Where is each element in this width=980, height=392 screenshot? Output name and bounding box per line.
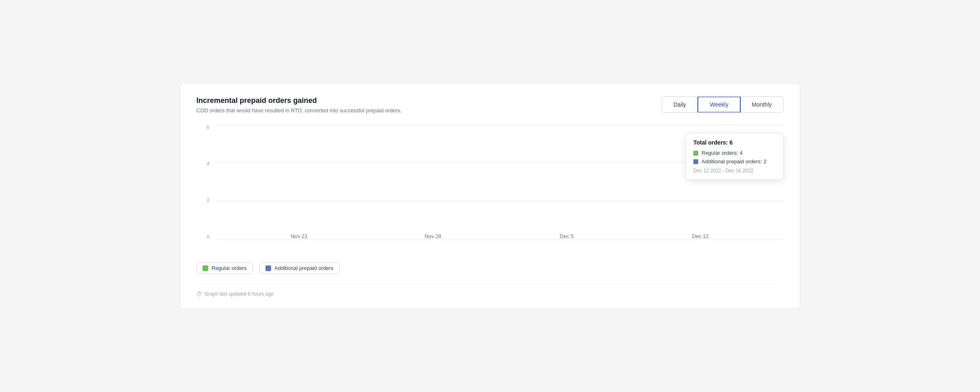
tab-monthly[interactable]: Monthly <box>740 97 783 112</box>
legend-item-additional: Additional prepaid orders <box>259 262 340 274</box>
chart-title: Incremental prepaid orders gained <box>196 96 401 105</box>
legend: Regular orders Additional prepaid orders <box>196 262 784 274</box>
bar-group-nov28: Nov 28 <box>400 229 466 239</box>
legend-item-regular: Regular orders <box>196 262 253 274</box>
header-row: Incremental prepaid orders gained COD or… <box>196 96 784 114</box>
title-section: Incremental prepaid orders gained COD or… <box>196 96 401 114</box>
y-label-2: 2 <box>207 198 209 203</box>
tooltip: Total orders: 6 Regular orders: 4 Additi… <box>686 133 784 180</box>
bar-label-dec12: Dec 12 <box>692 233 709 239</box>
chart-inner: Nov 21 Nov 28 Dec 5 <box>216 125 784 239</box>
footer-note: ⏱ Graph last updated 6 hours ago <box>196 284 784 297</box>
y-label-6: 6 <box>207 125 209 130</box>
tooltip-title: Total orders: 6 <box>693 139 776 146</box>
tooltip-additional-label: Additional prepaid orders: 2 <box>702 158 766 165</box>
bar-group-dec12: Dec 12 <box>668 229 733 239</box>
y-label-0: 0 <box>207 234 209 239</box>
legend-label-additional: Additional prepaid orders <box>274 265 334 271</box>
chart-area: 6 4 2 0 <box>196 125 784 256</box>
tooltip-row-additional: Additional prepaid orders: 2 <box>693 158 776 165</box>
tooltip-regular-label: Regular orders: 4 <box>702 150 742 156</box>
chart-subtitle: COD orders that would have resulted in R… <box>196 107 401 114</box>
main-card: Incremental prepaid orders gained COD or… <box>180 83 800 309</box>
tab-daily[interactable]: Daily <box>662 97 698 112</box>
legend-dot-regular <box>203 265 208 271</box>
bar-label-nov21: Nov 21 <box>291 233 307 239</box>
tooltip-dot-green <box>693 151 698 156</box>
bar-label-nov28: Nov 28 <box>425 233 441 239</box>
y-label-4: 4 <box>207 161 209 166</box>
tab-weekly[interactable]: Weekly <box>697 96 741 113</box>
y-axis: 6 4 2 0 <box>196 125 213 239</box>
bar-label-dec5: Dec 5 <box>560 233 574 239</box>
tooltip-row-regular: Regular orders: 4 <box>693 150 776 156</box>
tooltip-date: Dec 12 2022 - Dec 18 2022 <box>693 168 776 174</box>
legend-label-regular: Regular orders <box>212 265 247 271</box>
legend-dot-additional <box>265 265 271 271</box>
bar-group-dec5: Dec 5 <box>534 229 599 239</box>
tooltip-dot-blue <box>693 159 698 164</box>
clock-icon: ⏱ <box>196 291 202 297</box>
tab-group: Daily Weekly Monthly <box>662 96 784 113</box>
bar-group-nov21: Nov 21 <box>267 229 332 239</box>
footer-text: Graph last updated 6 hours ago <box>205 291 274 297</box>
